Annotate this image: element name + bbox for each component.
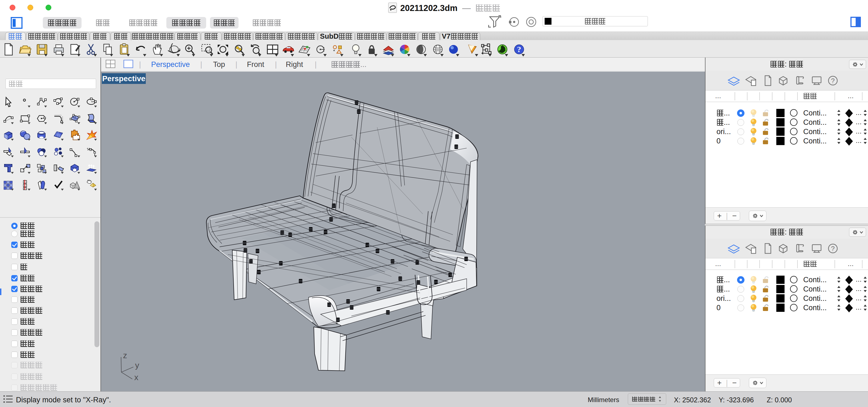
svg-text:?: ? xyxy=(517,45,521,54)
svg-text:?: ? xyxy=(831,77,835,84)
svg-text:?: ? xyxy=(831,245,835,252)
